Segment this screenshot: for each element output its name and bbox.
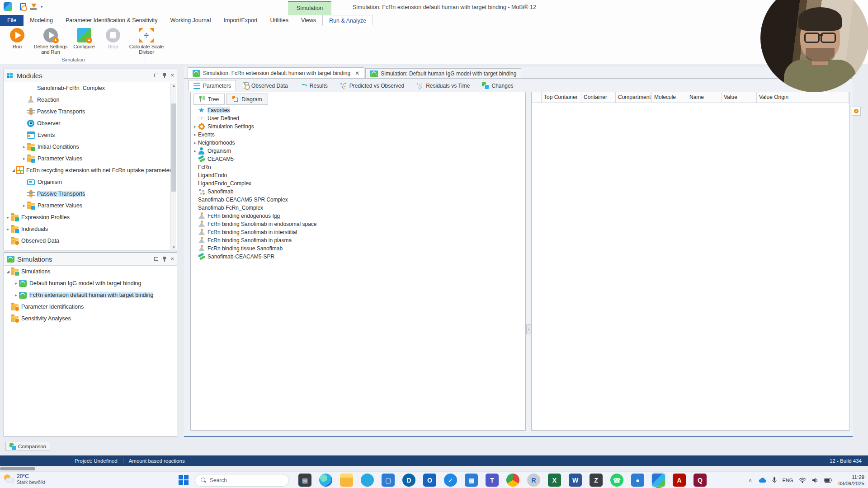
tree-item-label[interactable]: FcRn recycling extension with net FcRn u… — [26, 167, 171, 174]
maximize-icon[interactable] — [154, 74, 158, 77]
wifi-icon[interactable] — [799, 478, 806, 483]
taskbar-app-chrome[interactable] — [506, 474, 519, 487]
taskbar-app-widgets[interactable]: ▤ — [298, 474, 311, 487]
tree-item-label[interactable]: Passive Transports — [37, 191, 85, 197]
tree-item[interactable]: Sanofimab-CEACAM5-SPR Complex — [191, 196, 525, 204]
tree-item-label[interactable]: Sanofimab-FcRn_Complex — [198, 205, 263, 211]
grid-column-header[interactable]: Top Container — [542, 92, 581, 103]
scroll-up-icon[interactable]: ▲ — [171, 83, 177, 89]
grid-column-header[interactable]: Compartment — [616, 92, 652, 103]
collapsed-arrow-icon[interactable]: ▸ — [192, 149, 198, 153]
expanded-arrow-icon[interactable]: ◢ — [10, 168, 16, 173]
tree-item[interactable]: LigandEndo — [191, 171, 525, 179]
tree-item-label[interactable]: CEACAM5 — [208, 156, 234, 162]
taskbar-app-mobi-active[interactable] — [652, 474, 665, 487]
taskbar-app-acrobat[interactable]: A — [673, 474, 686, 487]
collapsed-arrow-icon[interactable]: ▸ — [5, 215, 11, 220]
tree-item-label[interactable]: Passive Transports — [37, 108, 85, 115]
pin-icon[interactable] — [162, 73, 166, 78]
grid-column-header[interactable]: Name — [687, 92, 722, 103]
tree-item-label[interactable]: FcRn extension default human with target… — [29, 292, 153, 298]
tree-item-label[interactable]: FcRn binding tissue Sanofimab — [208, 245, 283, 252]
taskbar-app-outlook[interactable]: O — [423, 474, 436, 487]
tree-item[interactable]: ▸Organism — [191, 147, 525, 155]
tree-item[interactable]: Reaction — [4, 94, 177, 106]
tree-item[interactable]: ▸Events — [191, 131, 525, 139]
tree-item-label[interactable]: Simulation Settings — [208, 123, 254, 130]
close-icon[interactable]: × — [170, 257, 174, 261]
ribbon-tab-views[interactable]: Views — [295, 15, 322, 26]
tree-item[interactable]: ▸Neighborhoods — [191, 139, 525, 147]
tree-item-label[interactable]: Sanofimab-CEACAM5-SPR Complex — [198, 197, 288, 203]
collapsed-arrow-icon[interactable]: ▸ — [21, 203, 27, 208]
collapsed-arrow-icon[interactable]: ▸ — [192, 141, 198, 145]
tree-item[interactable]: User Defined — [191, 114, 525, 122]
taskbar-app-file-explorer[interactable] — [340, 474, 353, 487]
tree-item[interactable]: FcRn — [191, 163, 525, 171]
tree-item[interactable]: ▸Simulation Settings — [191, 122, 525, 131]
ribbon-tab-run-analyze[interactable]: Run & Analyze — [322, 15, 373, 26]
tree-item-label[interactable]: Parameter Values — [38, 202, 82, 209]
collapsed-arrow-icon[interactable]: ▸ — [192, 132, 198, 137]
calculate-scale-divisor-button[interactable]: Calculate Scale Divisor — [127, 27, 165, 55]
document-tab[interactable]: Simulation: Default human IgG model with… — [365, 68, 521, 78]
grid-column-header[interactable] — [532, 92, 542, 103]
tree-item[interactable]: Sanofimab — [191, 188, 525, 196]
subview-tab-tree[interactable]: Tree — [193, 94, 225, 105]
tree-item-label[interactable]: LigandEndo_Complex — [198, 180, 251, 187]
define-settings-and-run-button[interactable]: Define Settings and Run — [32, 27, 70, 55]
tree-item-label[interactable]: Initial Conditions — [38, 144, 79, 150]
tree-item[interactable]: Organism — [4, 176, 177, 188]
scroll-down-icon[interactable]: ▼ — [171, 244, 177, 250]
tree-item[interactable]: FcRn binding Sanofimab in endosomal spac… — [191, 220, 525, 228]
tree-item[interactable]: LigandEndo_Complex — [191, 179, 525, 188]
search-input[interactable]: Search — [195, 474, 289, 487]
grid-column-header[interactable]: Molecule — [652, 92, 687, 103]
tree-item-label[interactable]: Events — [38, 132, 55, 138]
document-tab[interactable]: Simulation: FcRn extension default human… — [188, 67, 364, 78]
grid-column-header[interactable]: Value — [722, 92, 757, 103]
collapsed-arrow-icon[interactable]: ▸ — [13, 281, 19, 286]
collapse-splitter-icon[interactable]: ‹ — [526, 324, 531, 334]
microphone-icon[interactable] — [772, 477, 777, 483]
tree-item[interactable]: ▸Initial Conditions — [4, 141, 177, 153]
tree-item[interactable]: ▸Expression Profiles — [4, 211, 177, 223]
tree-item[interactable]: CEACAM5 — [191, 155, 525, 163]
tree-item-label[interactable]: Sanofimab-FcRn_Complex — [37, 85, 105, 91]
tree-item-label[interactable]: FcRn binding Sanofimab in plasma — [208, 237, 292, 244]
taskbar-app-z-app[interactable]: Z — [590, 474, 603, 487]
tree-item[interactable]: ◢Simulations — [4, 266, 177, 277]
tree-item-label[interactable]: FcRn binding endogenous Igg — [208, 213, 280, 219]
clock[interactable]: 11:29 03/09/2025 — [838, 474, 864, 487]
ribbon-tab-parameter-identification-sensitivity[interactable]: Parameter Identification & Sensitivity — [59, 15, 164, 26]
tree-item[interactable]: Sanofimab-CEACAM5-SPR — [191, 253, 525, 261]
tree-item-label[interactable]: Observed Data — [21, 238, 59, 244]
tree-item[interactable]: FcRn binding Sanofimab in plasma — [191, 236, 525, 244]
battery-icon[interactable] — [824, 478, 832, 483]
close-tab-icon[interactable]: ✕ — [355, 70, 359, 76]
taskbar-app-word[interactable]: W — [569, 474, 582, 487]
collapsed-arrow-icon[interactable]: ▸ — [21, 145, 27, 149]
modules-scrollbar[interactable]: ▲ ▼ — [170, 83, 176, 250]
tree-item-label[interactable]: Organism — [38, 179, 62, 185]
tree-item-label[interactable]: Expression Profiles — [21, 214, 70, 221]
taskbar-app-edge-browser[interactable] — [319, 474, 332, 487]
toolbar-customize-icon[interactable]: ▾ — [41, 5, 43, 9]
start-button[interactable] — [179, 475, 189, 486]
view-tab-predicted-vs-observed[interactable]: Predicted vs Observed — [335, 80, 409, 91]
ribbon-tab-utilities[interactable]: Utilities — [264, 15, 295, 26]
view-tab-changes[interactable]: Changes — [477, 80, 519, 91]
ribbon-tab-working-journal[interactable]: Working Journal — [164, 15, 217, 26]
tree-item[interactable]: ▸Default human IgG model with target bin… — [4, 277, 177, 289]
taskbar-app-whatsapp[interactable]: ☎ — [610, 474, 623, 487]
tree-item[interactable]: Sensitivity Analyses — [4, 313, 177, 324]
collapsed-arrow-icon[interactable]: ▸ — [5, 227, 11, 231]
maximize-icon[interactable] — [154, 257, 158, 261]
tree-item[interactable]: ▸Parameter Values — [4, 153, 177, 164]
weather-widget[interactable]: 20°C Stark bewölkt — [4, 473, 45, 485]
tree-item[interactable]: Sanofimab-FcRn_Complex — [4, 82, 177, 94]
taskbar-app-r-project[interactable]: R — [527, 474, 540, 487]
tree-item-label[interactable]: Sanofimab — [208, 188, 233, 195]
configure-button[interactable]: Configure — [70, 27, 99, 49]
subview-tab-diagram[interactable]: Diagram — [226, 94, 268, 105]
